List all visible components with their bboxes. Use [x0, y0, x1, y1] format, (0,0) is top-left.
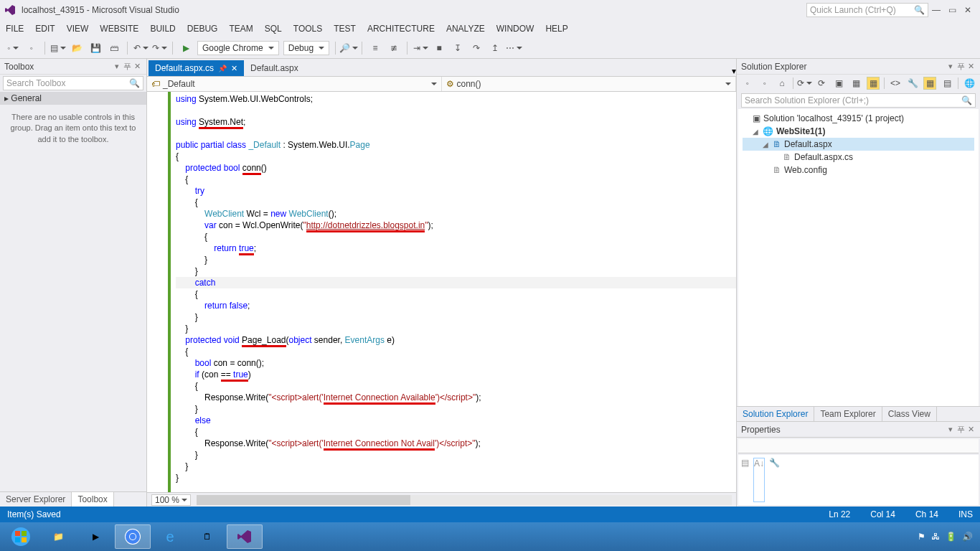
- alphabetical-icon[interactable]: A↓: [753, 458, 765, 502]
- properties-icon[interactable]: 🔧: [906, 77, 919, 90]
- tray-flag-icon[interactable]: ⚑: [918, 532, 925, 542]
- uncomment-button[interactable]: ≢: [387, 41, 401, 55]
- tab-solution-explorer[interactable]: Solution Explorer: [737, 407, 814, 421]
- doctab-default-aspx[interactable]: Default.aspx: [244, 60, 305, 76]
- menu-analyze[interactable]: ANALYZE: [446, 24, 485, 34]
- comment-button[interactable]: ≡: [368, 41, 382, 55]
- find-button[interactable]: 🔎: [341, 41, 356, 55]
- start-debug-button[interactable]: ▶: [179, 41, 193, 55]
- props-wrench-icon[interactable]: 🔧: [769, 458, 780, 502]
- member-selector[interactable]: ⚙conn(): [442, 77, 737, 91]
- step-into-button[interactable]: ↧: [451, 41, 465, 55]
- nav-forward-button[interactable]: ◦: [24, 41, 39, 55]
- tab-toolbox[interactable]: Toolbox: [72, 492, 113, 507]
- tray-volume-icon[interactable]: 🔊: [962, 532, 973, 542]
- class-icon[interactable]: ▦: [923, 77, 936, 90]
- solution-tree[interactable]: ▣Solution 'localhost_43915' (1 project) …: [738, 109, 979, 406]
- close-icon[interactable]: ✕: [231, 64, 237, 73]
- web-icon[interactable]: 🌐: [963, 77, 976, 90]
- tab-team-explorer[interactable]: Team Explorer: [814, 407, 882, 421]
- more-debug-button[interactable]: ⋯: [507, 41, 521, 55]
- menu-team[interactable]: TEAM: [229, 24, 253, 34]
- menu-sql[interactable]: SQL: [265, 24, 282, 34]
- taskbar-media[interactable]: ▶: [77, 524, 113, 549]
- open-file-button[interactable]: 📂: [70, 41, 84, 55]
- categorized-icon[interactable]: ▤: [741, 458, 749, 502]
- doctab-default-aspx-cs[interactable]: Default.aspx.cs 📌 ✕: [149, 60, 244, 76]
- tab-server-explorer[interactable]: Server Explorer: [0, 492, 72, 507]
- panel-menu-icon[interactable]: ▾: [946, 425, 956, 434]
- toolbox-group-general[interactable]: ▸ General: [0, 92, 146, 105]
- panel-close-icon[interactable]: ✕: [132, 62, 142, 71]
- back-icon[interactable]: ◦: [741, 77, 754, 90]
- solution-search-input[interactable]: Search Solution Explorer (Ctrl+;) 🔍: [741, 93, 976, 108]
- type-selector[interactable]: 🏷_Default: [147, 77, 442, 91]
- save-all-button[interactable]: 🗃: [107, 41, 121, 55]
- panel-close-icon[interactable]: ✕: [966, 425, 976, 434]
- start-button[interactable]: [3, 524, 39, 549]
- toolbox-search-input[interactable]: Search Toolbox 🔍: [3, 76, 143, 90]
- menu-help[interactable]: HELP: [545, 24, 567, 34]
- save-button[interactable]: 💾: [88, 41, 103, 55]
- tab-class-view[interactable]: Class View: [882, 407, 937, 421]
- menu-test[interactable]: TEST: [334, 24, 356, 34]
- new-project-button[interactable]: ▤: [51, 41, 65, 55]
- system-tray[interactable]: ⚑ 🖧 🔋 🔊: [918, 532, 977, 542]
- file-web-config[interactable]: Web.config: [784, 165, 827, 175]
- horizontal-scrollbar[interactable]: [197, 495, 732, 505]
- taskbar-explorer[interactable]: 📁: [40, 524, 76, 549]
- panel-close-icon[interactable]: ✕: [966, 62, 976, 71]
- code-icon[interactable]: <>: [889, 77, 902, 90]
- step-out-button[interactable]: ↥: [488, 41, 502, 55]
- undo-button[interactable]: ↶: [133, 41, 148, 55]
- nav-back-button[interactable]: ◦: [6, 41, 20, 55]
- quick-launch-input[interactable]: Quick Launch (Ctrl+Q) 🔍: [806, 3, 928, 17]
- menu-window[interactable]: WINDOW: [496, 24, 534, 34]
- pin-icon[interactable]: 📌: [218, 65, 227, 72]
- tray-network-icon[interactable]: 🖧: [931, 532, 940, 542]
- taskbar-ie[interactable]: e: [152, 524, 188, 549]
- config-selector[interactable]: Debug: [283, 41, 329, 55]
- collapse-icon[interactable]: ▣: [832, 77, 845, 90]
- minimize-button[interactable]: —: [928, 5, 944, 15]
- browser-selector[interactable]: Google Chrome: [197, 41, 279, 55]
- refresh-icon[interactable]: ⟳: [815, 77, 828, 90]
- menu-file[interactable]: FILE: [6, 24, 24, 34]
- panel-menu-icon[interactable]: ▾: [112, 62, 122, 71]
- file-default-aspx-cs[interactable]: Default.aspx.cs: [794, 152, 853, 162]
- solution-node[interactable]: Solution 'localhost_43915' (1 project): [763, 113, 904, 123]
- pin-icon[interactable]: 푸: [122, 61, 132, 72]
- menu-view[interactable]: VIEW: [67, 24, 89, 34]
- taskbar-notes[interactable]: 🗒: [189, 524, 225, 549]
- file-default-aspx[interactable]: Default.aspx: [784, 139, 832, 149]
- menu-architecture[interactable]: ARCHITECTURE: [367, 24, 435, 34]
- stop-button[interactable]: ■: [432, 41, 446, 55]
- redo-button[interactable]: ↷: [152, 41, 166, 55]
- properties-selector[interactable]: [738, 439, 979, 453]
- panel-menu-icon[interactable]: ▾: [946, 62, 956, 71]
- view-icon[interactable]: ▤: [941, 77, 953, 90]
- step-over-button[interactable]: ↷: [469, 41, 484, 55]
- menu-tools[interactable]: TOOLS: [293, 24, 322, 34]
- windows-taskbar: 📁 ▶ e 🗒 ⚑ 🖧 🔋 🔊: [0, 522, 980, 551]
- menu-debug[interactable]: DEBUG: [187, 24, 218, 34]
- pin-icon[interactable]: 푸: [956, 424, 966, 435]
- preview-icon[interactable]: ▦: [867, 77, 880, 90]
- home-icon[interactable]: ⌂: [776, 77, 788, 90]
- taskbar-visualstudio[interactable]: [227, 524, 263, 549]
- close-button[interactable]: ✕: [960, 5, 976, 15]
- taskbar-chrome[interactable]: [115, 524, 151, 549]
- showall-icon[interactable]: ▦: [849, 77, 862, 90]
- maximize-button[interactable]: ▭: [944, 5, 960, 15]
- code-editor[interactable]: using System.Web.UI.WebControls; using S…: [147, 92, 736, 492]
- menu-edit[interactable]: EDIT: [35, 24, 55, 34]
- menu-build[interactable]: BUILD: [150, 24, 175, 34]
- menu-website[interactable]: WEBSITE: [100, 24, 138, 34]
- project-node[interactable]: WebSite1(1): [776, 126, 825, 136]
- step-button[interactable]: ⇥: [413, 41, 428, 55]
- pin-icon[interactable]: 푸: [956, 61, 966, 72]
- tray-battery-icon[interactable]: 🔋: [946, 532, 956, 542]
- zoom-selector[interactable]: 100 %: [151, 494, 191, 506]
- forward-icon[interactable]: ◦: [758, 77, 771, 90]
- scope-icon[interactable]: ⟳: [798, 77, 811, 90]
